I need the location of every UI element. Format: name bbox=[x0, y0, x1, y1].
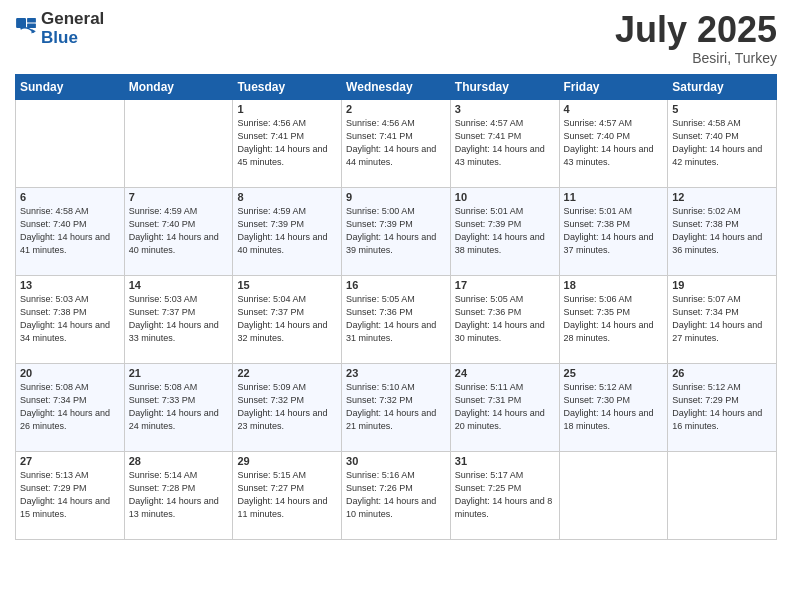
day-info: Sunrise: 5:06 AM Sunset: 7:35 PM Dayligh… bbox=[564, 293, 664, 345]
day-info: Sunrise: 5:00 AM Sunset: 7:39 PM Dayligh… bbox=[346, 205, 446, 257]
week-row-4: 20Sunrise: 5:08 AM Sunset: 7:34 PM Dayli… bbox=[16, 363, 777, 451]
day-number: 22 bbox=[237, 367, 337, 379]
col-header-tuesday: Tuesday bbox=[233, 74, 342, 99]
day-info: Sunrise: 5:03 AM Sunset: 7:38 PM Dayligh… bbox=[20, 293, 120, 345]
day-number: 10 bbox=[455, 191, 555, 203]
day-cell: 25Sunrise: 5:12 AM Sunset: 7:30 PM Dayli… bbox=[559, 363, 668, 451]
day-cell: 19Sunrise: 5:07 AM Sunset: 7:34 PM Dayli… bbox=[668, 275, 777, 363]
svg-rect-1 bbox=[27, 18, 36, 22]
day-cell: 24Sunrise: 5:11 AM Sunset: 7:31 PM Dayli… bbox=[450, 363, 559, 451]
day-cell: 8Sunrise: 4:59 AM Sunset: 7:39 PM Daylig… bbox=[233, 187, 342, 275]
day-info: Sunrise: 5:04 AM Sunset: 7:37 PM Dayligh… bbox=[237, 293, 337, 345]
col-header-saturday: Saturday bbox=[668, 74, 777, 99]
day-cell: 16Sunrise: 5:05 AM Sunset: 7:36 PM Dayli… bbox=[342, 275, 451, 363]
day-number: 17 bbox=[455, 279, 555, 291]
day-cell bbox=[668, 451, 777, 539]
day-cell: 11Sunrise: 5:01 AM Sunset: 7:38 PM Dayli… bbox=[559, 187, 668, 275]
day-cell: 17Sunrise: 5:05 AM Sunset: 7:36 PM Dayli… bbox=[450, 275, 559, 363]
day-info: Sunrise: 5:16 AM Sunset: 7:26 PM Dayligh… bbox=[346, 469, 446, 521]
day-info: Sunrise: 5:12 AM Sunset: 7:30 PM Dayligh… bbox=[564, 381, 664, 433]
month-title: July 2025 bbox=[615, 10, 777, 50]
day-cell: 22Sunrise: 5:09 AM Sunset: 7:32 PM Dayli… bbox=[233, 363, 342, 451]
day-info: Sunrise: 5:13 AM Sunset: 7:29 PM Dayligh… bbox=[20, 469, 120, 521]
title-block: July 2025 Besiri, Turkey bbox=[615, 10, 777, 66]
day-number: 29 bbox=[237, 455, 337, 467]
calendar-table: SundayMondayTuesdayWednesdayThursdayFrid… bbox=[15, 74, 777, 540]
day-info: Sunrise: 5:12 AM Sunset: 7:29 PM Dayligh… bbox=[672, 381, 772, 433]
page: General Blue July 2025 Besiri, Turkey Su… bbox=[0, 0, 792, 612]
day-number: 28 bbox=[129, 455, 229, 467]
day-info: Sunrise: 4:56 AM Sunset: 7:41 PM Dayligh… bbox=[346, 117, 446, 169]
day-cell: 12Sunrise: 5:02 AM Sunset: 7:38 PM Dayli… bbox=[668, 187, 777, 275]
day-cell: 1Sunrise: 4:56 AM Sunset: 7:41 PM Daylig… bbox=[233, 99, 342, 187]
day-number: 8 bbox=[237, 191, 337, 203]
day-number: 15 bbox=[237, 279, 337, 291]
day-number: 5 bbox=[672, 103, 772, 115]
day-number: 31 bbox=[455, 455, 555, 467]
day-info: Sunrise: 5:10 AM Sunset: 7:32 PM Dayligh… bbox=[346, 381, 446, 433]
day-number: 19 bbox=[672, 279, 772, 291]
col-header-monday: Monday bbox=[124, 74, 233, 99]
day-cell: 27Sunrise: 5:13 AM Sunset: 7:29 PM Dayli… bbox=[16, 451, 125, 539]
day-number: 11 bbox=[564, 191, 664, 203]
day-number: 27 bbox=[20, 455, 120, 467]
day-info: Sunrise: 5:11 AM Sunset: 7:31 PM Dayligh… bbox=[455, 381, 555, 433]
header: General Blue July 2025 Besiri, Turkey bbox=[15, 10, 777, 66]
day-cell: 31Sunrise: 5:17 AM Sunset: 7:25 PM Dayli… bbox=[450, 451, 559, 539]
day-number: 25 bbox=[564, 367, 664, 379]
day-info: Sunrise: 5:05 AM Sunset: 7:36 PM Dayligh… bbox=[455, 293, 555, 345]
day-cell: 28Sunrise: 5:14 AM Sunset: 7:28 PM Dayli… bbox=[124, 451, 233, 539]
col-header-sunday: Sunday bbox=[16, 74, 125, 99]
day-info: Sunrise: 5:08 AM Sunset: 7:34 PM Dayligh… bbox=[20, 381, 120, 433]
day-cell: 3Sunrise: 4:57 AM Sunset: 7:41 PM Daylig… bbox=[450, 99, 559, 187]
day-cell: 30Sunrise: 5:16 AM Sunset: 7:26 PM Dayli… bbox=[342, 451, 451, 539]
day-cell: 10Sunrise: 5:01 AM Sunset: 7:39 PM Dayli… bbox=[450, 187, 559, 275]
day-info: Sunrise: 5:17 AM Sunset: 7:25 PM Dayligh… bbox=[455, 469, 555, 521]
day-cell: 20Sunrise: 5:08 AM Sunset: 7:34 PM Dayli… bbox=[16, 363, 125, 451]
day-cell: 23Sunrise: 5:10 AM Sunset: 7:32 PM Dayli… bbox=[342, 363, 451, 451]
day-cell: 15Sunrise: 5:04 AM Sunset: 7:37 PM Dayli… bbox=[233, 275, 342, 363]
week-row-2: 6Sunrise: 4:58 AM Sunset: 7:40 PM Daylig… bbox=[16, 187, 777, 275]
day-number: 9 bbox=[346, 191, 446, 203]
day-number: 30 bbox=[346, 455, 446, 467]
day-cell: 26Sunrise: 5:12 AM Sunset: 7:29 PM Dayli… bbox=[668, 363, 777, 451]
day-info: Sunrise: 5:15 AM Sunset: 7:27 PM Dayligh… bbox=[237, 469, 337, 521]
day-cell: 7Sunrise: 4:59 AM Sunset: 7:40 PM Daylig… bbox=[124, 187, 233, 275]
location: Besiri, Turkey bbox=[615, 50, 777, 66]
day-cell: 2Sunrise: 4:56 AM Sunset: 7:41 PM Daylig… bbox=[342, 99, 451, 187]
day-number: 7 bbox=[129, 191, 229, 203]
day-number: 26 bbox=[672, 367, 772, 379]
header-row: SundayMondayTuesdayWednesdayThursdayFrid… bbox=[16, 74, 777, 99]
day-info: Sunrise: 5:05 AM Sunset: 7:36 PM Dayligh… bbox=[346, 293, 446, 345]
logo: General Blue bbox=[15, 10, 104, 47]
day-info: Sunrise: 5:02 AM Sunset: 7:38 PM Dayligh… bbox=[672, 205, 772, 257]
day-info: Sunrise: 5:07 AM Sunset: 7:34 PM Dayligh… bbox=[672, 293, 772, 345]
day-cell: 13Sunrise: 5:03 AM Sunset: 7:38 PM Dayli… bbox=[16, 275, 125, 363]
day-info: Sunrise: 5:03 AM Sunset: 7:37 PM Dayligh… bbox=[129, 293, 229, 345]
day-number: 1 bbox=[237, 103, 337, 115]
day-cell: 29Sunrise: 5:15 AM Sunset: 7:27 PM Dayli… bbox=[233, 451, 342, 539]
day-number: 23 bbox=[346, 367, 446, 379]
day-info: Sunrise: 4:59 AM Sunset: 7:40 PM Dayligh… bbox=[129, 205, 229, 257]
col-header-friday: Friday bbox=[559, 74, 668, 99]
col-header-wednesday: Wednesday bbox=[342, 74, 451, 99]
day-number: 14 bbox=[129, 279, 229, 291]
day-info: Sunrise: 4:57 AM Sunset: 7:41 PM Dayligh… bbox=[455, 117, 555, 169]
week-row-5: 27Sunrise: 5:13 AM Sunset: 7:29 PM Dayli… bbox=[16, 451, 777, 539]
logo-text-line1: General bbox=[41, 10, 104, 29]
day-cell bbox=[124, 99, 233, 187]
day-info: Sunrise: 4:58 AM Sunset: 7:40 PM Dayligh… bbox=[20, 205, 120, 257]
day-info: Sunrise: 4:57 AM Sunset: 7:40 PM Dayligh… bbox=[564, 117, 664, 169]
day-number: 3 bbox=[455, 103, 555, 115]
day-info: Sunrise: 5:14 AM Sunset: 7:28 PM Dayligh… bbox=[129, 469, 229, 521]
day-number: 16 bbox=[346, 279, 446, 291]
day-number: 24 bbox=[455, 367, 555, 379]
day-number: 2 bbox=[346, 103, 446, 115]
day-number: 20 bbox=[20, 367, 120, 379]
week-row-1: 1Sunrise: 4:56 AM Sunset: 7:41 PM Daylig… bbox=[16, 99, 777, 187]
day-info: Sunrise: 5:09 AM Sunset: 7:32 PM Dayligh… bbox=[237, 381, 337, 433]
day-info: Sunrise: 4:56 AM Sunset: 7:41 PM Dayligh… bbox=[237, 117, 337, 169]
svg-rect-2 bbox=[27, 23, 36, 27]
day-cell bbox=[16, 99, 125, 187]
logo-icon bbox=[15, 17, 37, 39]
